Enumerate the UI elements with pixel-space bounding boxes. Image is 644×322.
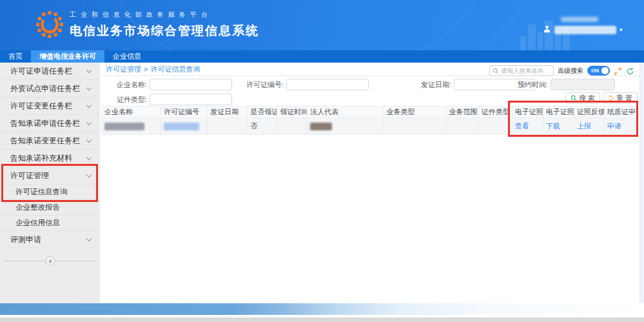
col-issue-date: 发证日期: [208, 106, 248, 118]
col-received-time: 领证时间: [277, 106, 307, 118]
redacted-legal-rep: [310, 123, 332, 130]
field-license-no: 许可证编号:: [239, 79, 369, 90]
sidebar-item-license-apply-tasks[interactable]: 许可证申请任务栏: [0, 63, 100, 80]
sidebar-collapse-row: [0, 255, 100, 267]
main-tabbar: 首页 增值电信业务许可 企业信息: [0, 50, 644, 63]
breadcrumb-parent[interactable]: 许可证管理: [106, 65, 141, 74]
report-link[interactable]: 上报: [577, 122, 591, 130]
col-legal-rep: 法人代表: [307, 106, 384, 118]
collapse-left-icon[interactable]: [45, 256, 55, 266]
sidebar-item-commitment-supplement[interactable]: 告知承诺补充材料: [0, 150, 100, 167]
field-company-name: 企业名称:: [105, 79, 232, 90]
appointment-time-input: [551, 79, 615, 90]
sidebar: 许可证申请任务栏 外资试点申请任务栏 许可证变更任务栏 告知承诺申请任务栏 告知…: [0, 63, 100, 303]
page-scrollbar[interactable]: [639, 63, 644, 303]
footer-bottom-strip: [0, 317, 644, 322]
chevron-down-icon: [86, 119, 92, 125]
col-company-name: 企业名称: [102, 106, 161, 118]
main-content: 许可证管理 > 许可证信息查询 高级搜索 ON: [100, 63, 639, 303]
filter-panel: 企业名称: 许可证编号: 发证日期: 预约时间: 证件类型:: [100, 76, 639, 106]
redacted-user-greeting: [561, 17, 598, 22]
chevron-down-icon: [86, 172, 92, 177]
breadcrumb-current: 许可证信息查询: [150, 65, 200, 74]
chevron-down-icon: [86, 67, 92, 72]
chevron-down-icon: [86, 236, 92, 241]
advanced-search-label: 高级搜索: [558, 66, 583, 75]
col-received: 是否领证: [248, 106, 277, 118]
caret-down-icon: ▾: [620, 26, 623, 33]
field-appointment-time: 预约时间:: [506, 79, 615, 90]
cert-type-input[interactable]: [150, 94, 232, 105]
sidebar-item-rectification-report[interactable]: 企业整改报告: [0, 200, 100, 216]
company-name-input[interactable]: [150, 79, 232, 90]
tab-home[interactable]: 首页: [0, 50, 31, 63]
reset-button[interactable]: 重 置: [603, 92, 638, 104]
col-paper-cert-apply: 纸质证申请: [604, 106, 638, 118]
col-business-scope: 业务范围: [446, 106, 478, 118]
col-cert-type: 证件类型: [478, 106, 512, 118]
miit-gear-logo-icon: e: [35, 10, 64, 39]
download-link[interactable]: 下载: [546, 122, 560, 130]
sidebar-item-enterprise-credit-info[interactable]: 企业信用信息: [0, 216, 100, 231]
apply-link[interactable]: 申请: [607, 122, 621, 130]
user-icon: [543, 24, 551, 35]
redacted-license-no: [164, 123, 199, 130]
sidebar-item-commitment-apply-tasks[interactable]: 告知承诺申请任务栏: [0, 115, 100, 132]
app-header: e 工业和信息化部政务服务平台 电信业务市场综合管理信息系统 ▾: [0, 0, 644, 50]
sidebar-item-commitment-change-tasks[interactable]: 告知承诺变更任务栏: [0, 132, 100, 150]
advanced-search-toggle[interactable]: ON: [587, 66, 610, 75]
chevron-down-icon: [86, 154, 92, 159]
sidebar-item-foreign-pilot-apply-tasks[interactable]: 外资试点申请任务栏: [0, 80, 100, 97]
view-link[interactable]: 查看: [515, 122, 529, 130]
tab-value-added-telecom-license[interactable]: 增值电信业务许可: [31, 50, 104, 63]
tab-enterprise-info[interactable]: 企业信息: [104, 50, 150, 63]
expand-arrows-icon[interactable]: [614, 66, 622, 75]
col-business-type: 业务类型: [384, 106, 446, 118]
col-license-no: 许可证编号: [161, 106, 208, 118]
toggle-knob: [601, 67, 609, 74]
chevron-down-icon: [86, 137, 92, 142]
search-button[interactable]: 搜 索: [565, 92, 600, 104]
breadcrumb-separator: >: [144, 65, 148, 73]
sidebar-item-license-info-query[interactable]: 许可证信息查询: [0, 185, 100, 200]
redacted-company-name: [104, 123, 144, 130]
redacted-username: [554, 26, 616, 34]
system-title: 电信业务市场综合管理信息系统: [70, 23, 259, 39]
sidebar-item-license-change-tasks[interactable]: 许可证变更任务栏: [0, 97, 100, 115]
footer-gradient-band: [0, 303, 644, 315]
table-row: 否 查看 下载 上报 申请: [102, 118, 638, 135]
user-menu[interactable]: ▾: [543, 17, 630, 35]
platform-title: 工业和信息化部政务服务平台: [70, 10, 259, 19]
svg-text:e: e: [46, 17, 54, 32]
chevron-down-icon: [86, 85, 92, 90]
sidebar-item-license-management[interactable]: 许可证管理: [0, 167, 100, 185]
table-header-row: 企业名称 许可证编号 发证日期 是否领证 领证时间 法人代表 业务类型 业务范围…: [102, 106, 638, 118]
col-cert-feedback: 证照反馈: [574, 106, 604, 118]
col-e-cert-download: 电子证照: [543, 106, 574, 118]
sidebar-item-evaluation-apply[interactable]: 评测申请: [0, 231, 100, 248]
license-table: 企业名称 许可证编号 发证日期 是否领证 领证时间 法人代表 业务类型 业务范围…: [101, 106, 638, 135]
col-e-cert-view: 电子证照: [512, 106, 543, 118]
search-icon: [493, 68, 499, 74]
license-no-input[interactable]: [286, 79, 369, 90]
refresh-icon[interactable]: [626, 66, 634, 75]
received-value: 否: [250, 122, 257, 130]
top-toolbar: 高级搜索 ON: [489, 65, 634, 76]
global-search-box: [489, 65, 554, 76]
global-search-input[interactable]: [501, 67, 551, 74]
chevron-down-icon: [86, 102, 92, 107]
app-window: e 工业和信息化部政务服务平台 电信业务市场综合管理信息系统 ▾: [0, 0, 644, 322]
field-cert-type: 证件类型:: [105, 94, 232, 105]
